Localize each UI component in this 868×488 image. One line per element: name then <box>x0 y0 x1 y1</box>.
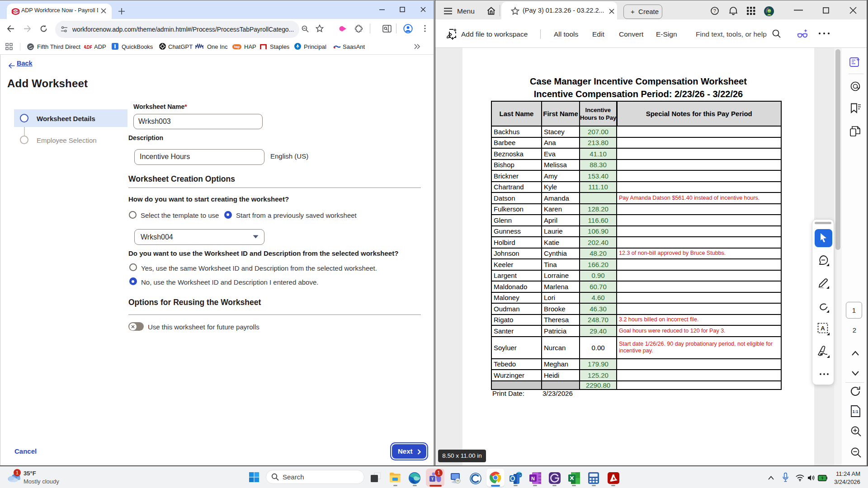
svg-text:T: T <box>431 477 434 481</box>
svg-text:ADP: ADP <box>12 9 19 14</box>
svg-text:N: N <box>531 476 535 481</box>
svg-text:1:1: 1:1 <box>853 409 859 414</box>
svg-text:?: ? <box>713 8 716 14</box>
svg-text:hap: hap <box>234 45 240 49</box>
svg-text:A: A <box>821 325 825 332</box>
svg-text:ADP: ADP <box>84 45 92 50</box>
